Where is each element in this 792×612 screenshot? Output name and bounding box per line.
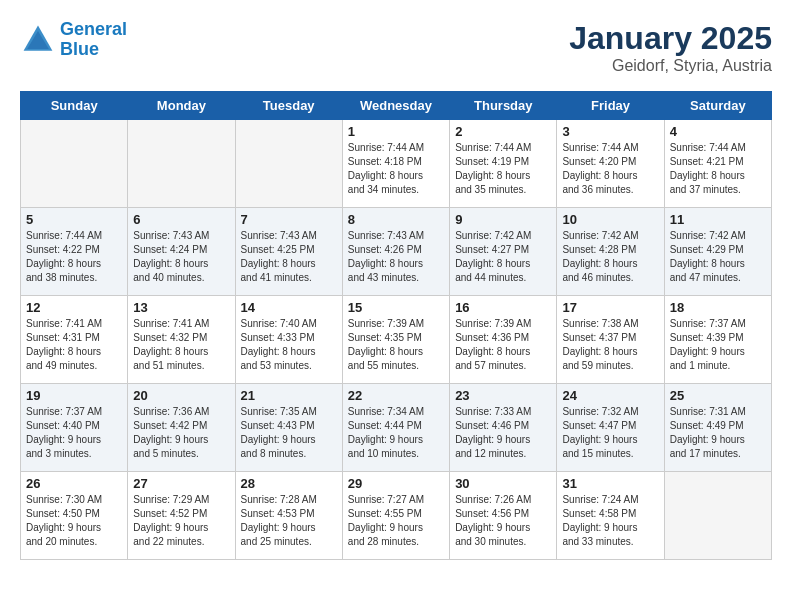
day-number: 30 [455, 476, 551, 491]
day-number: 23 [455, 388, 551, 403]
day-content: Sunrise: 7:43 AM Sunset: 4:24 PM Dayligh… [133, 229, 229, 285]
day-content: Sunrise: 7:44 AM Sunset: 4:22 PM Dayligh… [26, 229, 122, 285]
day-content: Sunrise: 7:32 AM Sunset: 4:47 PM Dayligh… [562, 405, 658, 461]
calendar-cell: 23Sunrise: 7:33 AM Sunset: 4:46 PM Dayli… [450, 384, 557, 472]
col-header-friday: Friday [557, 92, 664, 120]
calendar-week-2: 5Sunrise: 7:44 AM Sunset: 4:22 PM Daylig… [21, 208, 772, 296]
day-content: Sunrise: 7:44 AM Sunset: 4:19 PM Dayligh… [455, 141, 551, 197]
day-number: 3 [562, 124, 658, 139]
day-content: Sunrise: 7:29 AM Sunset: 4:52 PM Dayligh… [133, 493, 229, 549]
day-number: 8 [348, 212, 444, 227]
day-content: Sunrise: 7:30 AM Sunset: 4:50 PM Dayligh… [26, 493, 122, 549]
logo-text: General Blue [60, 20, 127, 60]
day-content: Sunrise: 7:44 AM Sunset: 4:21 PM Dayligh… [670, 141, 766, 197]
day-content: Sunrise: 7:35 AM Sunset: 4:43 PM Dayligh… [241, 405, 337, 461]
month-title: January 2025 [569, 20, 772, 57]
day-number: 31 [562, 476, 658, 491]
day-number: 28 [241, 476, 337, 491]
col-header-thursday: Thursday [450, 92, 557, 120]
day-number: 21 [241, 388, 337, 403]
day-content: Sunrise: 7:43 AM Sunset: 4:26 PM Dayligh… [348, 229, 444, 285]
calendar-cell: 18Sunrise: 7:37 AM Sunset: 4:39 PM Dayli… [664, 296, 771, 384]
page-header: General Blue January 2025 Geidorf, Styri… [20, 20, 772, 75]
calendar-cell: 6Sunrise: 7:43 AM Sunset: 4:24 PM Daylig… [128, 208, 235, 296]
calendar-cell: 22Sunrise: 7:34 AM Sunset: 4:44 PM Dayli… [342, 384, 449, 472]
day-content: Sunrise: 7:39 AM Sunset: 4:36 PM Dayligh… [455, 317, 551, 373]
day-number: 22 [348, 388, 444, 403]
day-number: 25 [670, 388, 766, 403]
day-number: 27 [133, 476, 229, 491]
day-content: Sunrise: 7:28 AM Sunset: 4:53 PM Dayligh… [241, 493, 337, 549]
day-number: 10 [562, 212, 658, 227]
calendar-cell [664, 472, 771, 560]
calendar-week-5: 26Sunrise: 7:30 AM Sunset: 4:50 PM Dayli… [21, 472, 772, 560]
calendar-week-3: 12Sunrise: 7:41 AM Sunset: 4:31 PM Dayli… [21, 296, 772, 384]
day-number: 26 [26, 476, 122, 491]
calendar-cell: 30Sunrise: 7:26 AM Sunset: 4:56 PM Dayli… [450, 472, 557, 560]
calendar-week-4: 19Sunrise: 7:37 AM Sunset: 4:40 PM Dayli… [21, 384, 772, 472]
calendar-cell: 1Sunrise: 7:44 AM Sunset: 4:18 PM Daylig… [342, 120, 449, 208]
day-content: Sunrise: 7:37 AM Sunset: 4:40 PM Dayligh… [26, 405, 122, 461]
calendar-cell [21, 120, 128, 208]
calendar-cell: 12Sunrise: 7:41 AM Sunset: 4:31 PM Dayli… [21, 296, 128, 384]
day-number: 19 [26, 388, 122, 403]
day-number: 14 [241, 300, 337, 315]
calendar-cell: 9Sunrise: 7:42 AM Sunset: 4:27 PM Daylig… [450, 208, 557, 296]
calendar-cell: 24Sunrise: 7:32 AM Sunset: 4:47 PM Dayli… [557, 384, 664, 472]
day-number: 16 [455, 300, 551, 315]
day-number: 13 [133, 300, 229, 315]
calendar-cell: 8Sunrise: 7:43 AM Sunset: 4:26 PM Daylig… [342, 208, 449, 296]
day-content: Sunrise: 7:33 AM Sunset: 4:46 PM Dayligh… [455, 405, 551, 461]
calendar-cell [128, 120, 235, 208]
location: Geidorf, Styria, Austria [569, 57, 772, 75]
calendar-cell: 19Sunrise: 7:37 AM Sunset: 4:40 PM Dayli… [21, 384, 128, 472]
day-number: 5 [26, 212, 122, 227]
calendar-table: SundayMondayTuesdayWednesdayThursdayFrid… [20, 91, 772, 560]
calendar-cell: 27Sunrise: 7:29 AM Sunset: 4:52 PM Dayli… [128, 472, 235, 560]
day-content: Sunrise: 7:27 AM Sunset: 4:55 PM Dayligh… [348, 493, 444, 549]
day-content: Sunrise: 7:31 AM Sunset: 4:49 PM Dayligh… [670, 405, 766, 461]
day-number: 7 [241, 212, 337, 227]
calendar-cell: 15Sunrise: 7:39 AM Sunset: 4:35 PM Dayli… [342, 296, 449, 384]
day-content: Sunrise: 7:41 AM Sunset: 4:32 PM Dayligh… [133, 317, 229, 373]
calendar-cell: 14Sunrise: 7:40 AM Sunset: 4:33 PM Dayli… [235, 296, 342, 384]
calendar-cell: 2Sunrise: 7:44 AM Sunset: 4:19 PM Daylig… [450, 120, 557, 208]
day-number: 24 [562, 388, 658, 403]
calendar-cell: 17Sunrise: 7:38 AM Sunset: 4:37 PM Dayli… [557, 296, 664, 384]
day-number: 4 [670, 124, 766, 139]
calendar-cell: 10Sunrise: 7:42 AM Sunset: 4:28 PM Dayli… [557, 208, 664, 296]
calendar-cell: 26Sunrise: 7:30 AM Sunset: 4:50 PM Dayli… [21, 472, 128, 560]
calendar-cell [235, 120, 342, 208]
day-number: 12 [26, 300, 122, 315]
day-content: Sunrise: 7:39 AM Sunset: 4:35 PM Dayligh… [348, 317, 444, 373]
day-number: 29 [348, 476, 444, 491]
day-number: 2 [455, 124, 551, 139]
day-content: Sunrise: 7:26 AM Sunset: 4:56 PM Dayligh… [455, 493, 551, 549]
calendar-cell: 25Sunrise: 7:31 AM Sunset: 4:49 PM Dayli… [664, 384, 771, 472]
day-content: Sunrise: 7:24 AM Sunset: 4:58 PM Dayligh… [562, 493, 658, 549]
calendar-cell: 21Sunrise: 7:35 AM Sunset: 4:43 PM Dayli… [235, 384, 342, 472]
col-header-monday: Monday [128, 92, 235, 120]
day-number: 9 [455, 212, 551, 227]
day-number: 1 [348, 124, 444, 139]
calendar-cell: 13Sunrise: 7:41 AM Sunset: 4:32 PM Dayli… [128, 296, 235, 384]
calendar-cell: 28Sunrise: 7:28 AM Sunset: 4:53 PM Dayli… [235, 472, 342, 560]
day-number: 20 [133, 388, 229, 403]
day-content: Sunrise: 7:42 AM Sunset: 4:29 PM Dayligh… [670, 229, 766, 285]
day-content: Sunrise: 7:44 AM Sunset: 4:20 PM Dayligh… [562, 141, 658, 197]
calendar-header-row: SundayMondayTuesdayWednesdayThursdayFrid… [21, 92, 772, 120]
day-content: Sunrise: 7:37 AM Sunset: 4:39 PM Dayligh… [670, 317, 766, 373]
day-number: 6 [133, 212, 229, 227]
day-content: Sunrise: 7:42 AM Sunset: 4:28 PM Dayligh… [562, 229, 658, 285]
logo-icon [20, 22, 56, 58]
day-content: Sunrise: 7:41 AM Sunset: 4:31 PM Dayligh… [26, 317, 122, 373]
col-header-saturday: Saturday [664, 92, 771, 120]
day-number: 11 [670, 212, 766, 227]
col-header-sunday: Sunday [21, 92, 128, 120]
day-content: Sunrise: 7:40 AM Sunset: 4:33 PM Dayligh… [241, 317, 337, 373]
day-number: 18 [670, 300, 766, 315]
day-number: 17 [562, 300, 658, 315]
title-block: January 2025 Geidorf, Styria, Austria [569, 20, 772, 75]
col-header-tuesday: Tuesday [235, 92, 342, 120]
day-content: Sunrise: 7:38 AM Sunset: 4:37 PM Dayligh… [562, 317, 658, 373]
